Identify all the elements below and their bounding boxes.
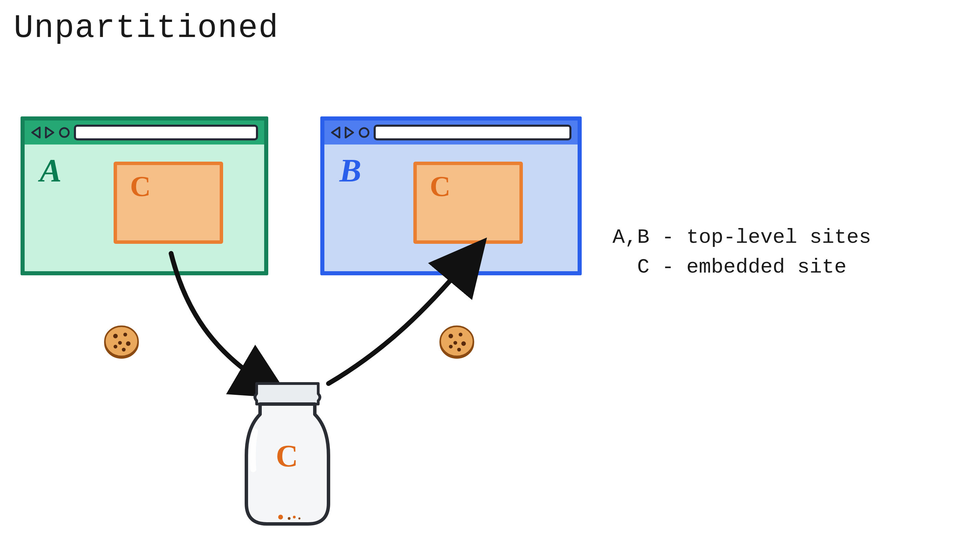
- browser-chrome-b: [325, 121, 578, 145]
- url-bar-b: [374, 124, 571, 140]
- svg-point-17: [457, 348, 461, 352]
- forward-icon: [45, 127, 55, 138]
- svg-point-1: [360, 128, 369, 137]
- forward-icon: [344, 127, 355, 138]
- legend-line-2: C - embedded site: [612, 255, 846, 279]
- browser-window-b: B C: [320, 116, 582, 275]
- svg-point-18: [278, 515, 283, 520]
- browser-body-b: B C: [325, 145, 578, 271]
- svg-point-16: [449, 345, 453, 349]
- browser-window-a: A C: [21, 116, 268, 275]
- browser-chrome-a: [25, 121, 264, 145]
- svg-point-14: [453, 341, 457, 345]
- svg-point-15: [461, 341, 466, 346]
- svg-point-21: [298, 517, 301, 520]
- svg-point-19: [288, 517, 291, 520]
- svg-point-11: [441, 326, 474, 356]
- svg-point-6: [118, 341, 122, 345]
- embedded-frame-a: C: [114, 162, 223, 244]
- browser-body-a: A C: [25, 145, 264, 271]
- back-icon: [31, 127, 41, 138]
- diagram-title: Unpartitioned: [14, 10, 279, 47]
- svg-point-12: [449, 334, 453, 338]
- svg-point-20: [293, 516, 296, 518]
- svg-point-8: [114, 345, 118, 349]
- svg-point-4: [113, 334, 118, 338]
- cookie-icon: [438, 323, 476, 361]
- svg-point-0: [60, 128, 69, 137]
- url-bar-a: [74, 124, 258, 140]
- legend-line-1: A,B - top-level sites: [612, 226, 871, 249]
- reload-icon: [358, 126, 370, 139]
- site-label-b: B: [339, 152, 361, 189]
- svg-point-5: [124, 333, 127, 337]
- svg-point-3: [105, 326, 138, 356]
- embedded-frame-b: C: [414, 162, 523, 244]
- back-icon: [331, 127, 341, 138]
- jar-label: C: [276, 438, 298, 474]
- cookie-icon: [103, 323, 140, 361]
- embed-label-a: C: [130, 170, 151, 203]
- embed-label-b: C: [430, 170, 451, 203]
- svg-point-13: [459, 333, 463, 337]
- svg-point-7: [126, 341, 130, 346]
- legend: A,B - top-level sites C - embedded site: [612, 223, 871, 282]
- site-label-a: A: [40, 152, 62, 189]
- reload-icon: [58, 126, 70, 139]
- svg-point-9: [122, 348, 126, 352]
- diagram-canvas: Unpartitioned A C: [0, 0, 980, 552]
